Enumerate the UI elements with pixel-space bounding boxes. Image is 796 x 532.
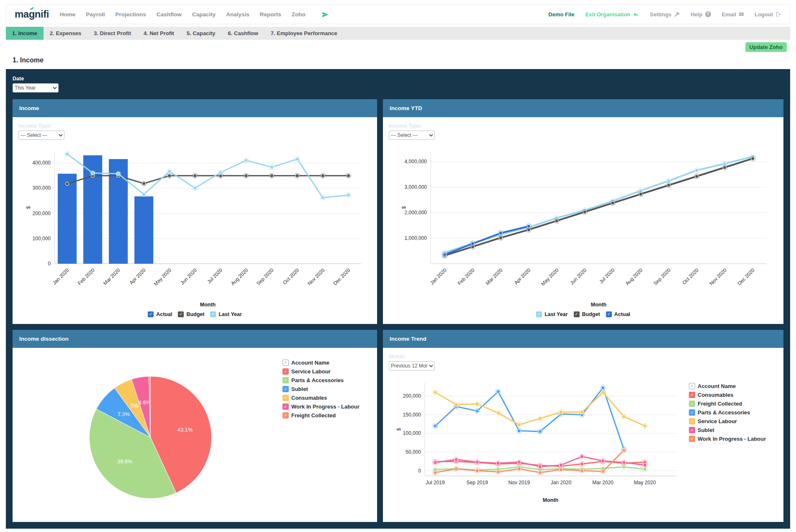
legend-item[interactable]: ✓Budget	[178, 311, 204, 317]
reply-arrow-icon	[633, 11, 639, 18]
update-zoho-button[interactable]: Update Zoho	[745, 42, 787, 52]
tab-income[interactable]: 1. Income	[6, 27, 44, 40]
demo-file-link[interactable]: Demo File	[548, 11, 574, 18]
dashboard-container: Date This Year Income Income Type: --- S…	[6, 69, 790, 529]
legend-header-item[interactable]: ✓Account Name	[689, 383, 778, 389]
nav-payroll[interactable]: Payroll	[86, 11, 105, 18]
legend-item[interactable]: ✓Budget	[574, 311, 600, 317]
svg-text:Nov 2020: Nov 2020	[709, 267, 728, 286]
legend-item[interactable]: ✓Work In Progress - Labour	[282, 403, 371, 410]
svg-text:0: 0	[418, 468, 421, 474]
date-filter: Date This Year	[13, 76, 783, 93]
main-nav: Home Payroll Projections Cashflow Capaci…	[60, 10, 329, 18]
tab-capacity[interactable]: 5. Capacity	[180, 27, 222, 40]
svg-text:May 2020: May 2020	[153, 267, 172, 287]
legend-item[interactable]: ✓Consumables	[689, 392, 778, 398]
nav-projections[interactable]: Projections	[115, 11, 146, 18]
nav-reports[interactable]: Reports	[260, 11, 281, 18]
tab-cashflow[interactable]: 6. Cashflow	[222, 27, 264, 40]
month-filter-select[interactable]: Previous 12 Months	[389, 361, 435, 370]
legend-item[interactable]: ✓Sublet	[689, 427, 778, 433]
nav-capacity[interactable]: Capacity	[192, 11, 216, 18]
svg-text:4,000,000: 4,000,000	[405, 159, 427, 164]
svg-text:$: $	[401, 206, 407, 209]
legend-item[interactable]: ✓Consumables	[282, 395, 371, 401]
legend-item[interactable]: ✓Actual	[606, 311, 630, 317]
svg-text:Apr 2020: Apr 2020	[513, 267, 532, 286]
income-type-select[interactable]: --- Select ---	[18, 131, 64, 140]
help-link[interactable]: Help ?	[691, 11, 711, 18]
legend-item[interactable]: ✓Last Year	[536, 311, 567, 317]
exit-organisation-link[interactable]: Exit Organisation	[585, 11, 639, 18]
panel-income-dissection-title: Income dissection	[13, 330, 377, 348]
legend-label: Consumables	[698, 392, 733, 398]
legend-label: Work In Progress - Labour	[698, 436, 766, 442]
legend-checkbox-icon: ✓	[282, 395, 289, 401]
tab-direct-profit[interactable]: 3. Direct Profit	[87, 27, 137, 40]
top-navbar: magnifi Home Payroll Projections Cashflo…	[6, 4, 790, 24]
svg-text:39.6%: 39.6%	[117, 458, 133, 465]
svg-text:43.1%: 43.1%	[177, 427, 193, 433]
income-dissection-legend: ✓Account Name✓Service Labour✓Parts & Acc…	[282, 353, 371, 519]
income-type-select-ytd[interactable]: --- Select ---	[389, 131, 435, 140]
legend-item[interactable]: ✓Last Year	[210, 311, 241, 317]
svg-text:Jul 2019: Jul 2019	[426, 480, 445, 486]
svg-text:50,000: 50,000	[406, 449, 421, 455]
income-trend-legend: ✓Account Name✓Consumables✓Freight Collec…	[689, 376, 778, 507]
svg-text:Sep 2020: Sep 2020	[652, 267, 672, 286]
magnifi-logo[interactable]: magnifi	[15, 8, 49, 20]
svg-text:Month: Month	[200, 302, 216, 308]
svg-text:0: 0	[48, 261, 51, 267]
month-filter-label: Month:	[389, 354, 778, 360]
tab-employee-performance[interactable]: 7. Employee Performance	[264, 27, 344, 40]
legend-label: Actual	[614, 311, 630, 317]
legend-checkbox-icon: ✓	[210, 311, 216, 317]
legend-item[interactable]: ✓Freight Collected	[689, 401, 778, 407]
svg-text:200,000: 200,000	[403, 393, 421, 399]
nav-zoho[interactable]: Zoho	[292, 11, 306, 18]
legend-label: Freight Collected	[698, 401, 742, 407]
legend-item[interactable]: ✓Freight Collected	[282, 412, 371, 419]
paper-plane-icon[interactable]	[322, 10, 329, 18]
nav-cashflow[interactable]: Cashflow	[157, 11, 182, 18]
settings-link[interactable]: Settings	[650, 11, 680, 18]
legend-item[interactable]: ✓Sublet	[282, 386, 371, 392]
action-row: Update Zoho	[9, 42, 787, 53]
wrench-icon	[674, 11, 680, 17]
logout-link[interactable]: Logout	[755, 11, 781, 18]
legend-item[interactable]: ✓Service Labour	[282, 368, 371, 375]
legend-label: Account Name	[291, 360, 329, 366]
svg-text:Jan 2020: Jan 2020	[429, 267, 448, 286]
date-filter-label: Date	[13, 76, 783, 82]
legend-checkbox-icon: ✓	[689, 436, 695, 442]
magnifi-logo-text: magnifi	[15, 8, 49, 20]
legend-checkbox-icon: ✓	[689, 427, 695, 433]
legend-label: Account Name	[698, 383, 736, 389]
nav-analysis[interactable]: Analysis	[226, 11, 249, 18]
legend-label: Work In Progress - Labour	[291, 403, 359, 410]
legend-label: Budget	[186, 311, 204, 317]
panel-income-trend-title: Income Trend	[383, 330, 783, 348]
date-filter-select[interactable]: This Year	[13, 83, 59, 93]
svg-text:400,000: 400,000	[33, 160, 51, 166]
charts-grid: Income Income Type: --- Select --- 0100,…	[13, 99, 783, 522]
nav-home[interactable]: Home	[60, 11, 76, 18]
legend-item[interactable]: ✓Actual	[148, 311, 172, 317]
svg-text:$: $	[396, 428, 402, 431]
legend-item[interactable]: ✓Parts & Accessories	[689, 409, 778, 416]
tab-expenses[interactable]: 2. Expenses	[44, 27, 87, 40]
email-link[interactable]: Email ✉	[722, 11, 744, 18]
svg-text:300,000: 300,000	[33, 185, 51, 191]
page-title: 1. Income	[13, 57, 796, 64]
tab-net-profit[interactable]: 4. Net Profit	[137, 27, 180, 40]
legend-label: Last Year	[544, 311, 567, 317]
legend-item[interactable]: ✓Service Labour	[689, 418, 778, 424]
legend-header-item[interactable]: ✓Account Name	[282, 360, 371, 366]
legend-label: Budget	[582, 311, 600, 317]
legend-item[interactable]: ✓Parts & Accessories	[282, 377, 371, 383]
legend-item[interactable]: ✓Work In Progress - Labour	[689, 436, 778, 442]
svg-text:Dec 2020: Dec 2020	[736, 267, 755, 286]
legend-label: Parts & Accessories	[291, 377, 344, 383]
svg-text:Month: Month	[591, 302, 606, 308]
svg-text:200,000: 200,000	[33, 211, 51, 216]
